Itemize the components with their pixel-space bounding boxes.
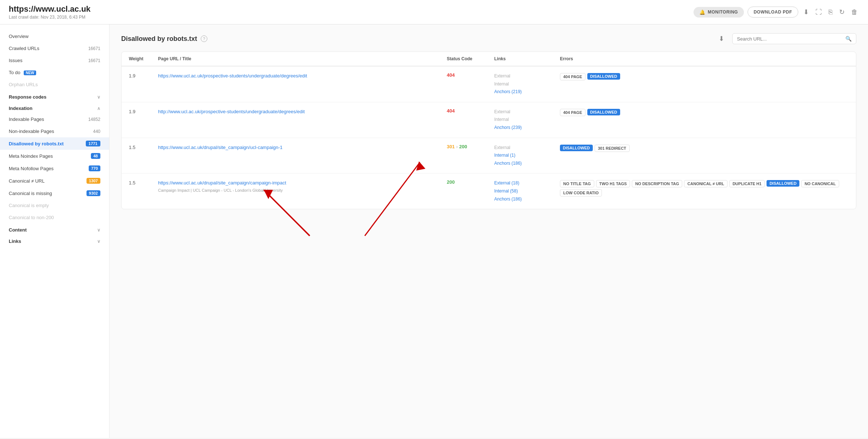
sidebar-section-content: Content ∨	[0, 224, 109, 235]
share-icon-button[interactable]: ⎘	[827, 7, 834, 18]
external-link[interactable]: External (18)	[494, 180, 519, 186]
share-icon: ⎘	[829, 8, 833, 16]
monitoring-button[interactable]: 🔔 MONITORING	[694, 7, 744, 18]
sidebar-item-canonical-missing[interactable]: Canonical is missing 9302	[0, 187, 109, 199]
table-header: Weight Page URL / Title Status Code Link…	[122, 52, 856, 66]
sidebar-badge: 9302	[87, 190, 100, 196]
header-left: https://www.ucl.ac.uk Last crawl date: N…	[9, 4, 91, 20]
export-icon: ⬇	[803, 8, 809, 16]
table-row: 1.5 https://www.ucl.ac.uk/drupal/site_ca…	[122, 138, 856, 174]
sidebar-section-label: Links	[9, 238, 21, 244]
monitoring-label: MONITORING	[708, 9, 738, 15]
sidebar-badge: 770	[89, 165, 100, 171]
anchors-link[interactable]: Anchors (219)	[494, 89, 522, 94]
sidebar-item-label: Meta Noindex Pages	[9, 153, 53, 159]
sitemap-icon-button[interactable]: ⛶	[814, 7, 823, 18]
external-links: External	[494, 144, 560, 152]
search-url-input[interactable]	[737, 36, 845, 42]
error-tag-canonical-neq: CANONICAL ≠ URL	[684, 180, 727, 187]
sidebar-count: 440	[93, 129, 100, 134]
table-download-button[interactable]: ⬇	[719, 35, 724, 43]
sidebar-item-meta-nofollow[interactable]: Meta Nofollow Pages 770	[0, 162, 109, 175]
bell-icon: 🔔	[699, 9, 706, 15]
sidebar-item-crawled-urls[interactable]: Crawled URLs 16671	[0, 42, 109, 54]
weight-cell: 1.9	[129, 108, 158, 114]
sidebar-item-label: Non-indexable Pages	[9, 129, 54, 134]
refresh-icon: ↻	[839, 8, 845, 16]
internal-link[interactable]: Internal (58)	[494, 188, 518, 194]
sidebar-badge: 1307	[87, 178, 100, 184]
sidebar-item-canonical-empty: Canonical is empty	[0, 199, 109, 211]
page-title-row: Disallowed by robots.txt ?	[121, 35, 207, 43]
new-badge: NEW	[24, 70, 36, 75]
download-icon: ⬇	[719, 35, 724, 42]
chevron-down-icon: ∨	[97, 228, 100, 233]
errors-cell: 404 PAGE DISALLOWED	[560, 108, 849, 116]
sidebar-item-label: To do NEW	[9, 70, 36, 75]
table-row: 1.5 https://www.ucl.ac.uk/drupal/site_ca…	[122, 173, 856, 209]
anchors-link[interactable]: Anchors (186)	[494, 161, 522, 166]
sidebar-section-indexation: Indexation ∧	[0, 102, 109, 113]
chevron-down-icon: ∨	[97, 95, 100, 100]
url-cell: https://www.ucl.ac.uk/prospective-studen…	[158, 72, 447, 80]
links-cell: External Internal Anchors (239)	[494, 108, 560, 132]
external-links[interactable]: External (18)	[494, 179, 560, 187]
main-content: Disallowed by robots.txt ? ⬇ 🔍 Weight Pa…	[110, 24, 868, 438]
error-tag-404page: 404 PAGE	[560, 73, 585, 80]
sidebar-item-todo[interactable]: To do NEW	[0, 66, 109, 79]
error-tag-301redirect: 301 REDIRECT	[595, 145, 630, 152]
sidebar-item-canonical-non200: Canonical to non-200	[0, 211, 109, 224]
app-header: https://www.ucl.ac.uk Last crawl date: N…	[0, 0, 868, 24]
delete-icon-button[interactable]: 🗑	[850, 7, 859, 18]
sidebar-item-canonical-neq[interactable]: Canonical ≠ URL 1307	[0, 175, 109, 187]
chevron-up-icon: ∧	[97, 106, 100, 111]
internal-links[interactable]: Internal (58)	[494, 187, 560, 195]
anchors-links[interactable]: Anchors (186)	[494, 160, 560, 168]
sidebar-section-label: Indexation	[9, 106, 32, 111]
site-title: https://www.ucl.ac.uk	[9, 4, 91, 14]
url-cell: http://www.ucl.ac.uk/prospective-student…	[158, 108, 447, 115]
page-url-link[interactable]: http://www.ucl.ac.uk/prospective-student…	[158, 109, 305, 114]
table-row: 1.9 https://www.ucl.ac.uk/prospective-st…	[122, 66, 856, 102]
status-cell: 404	[447, 72, 494, 78]
sidebar-item-label: Canonical is empty	[9, 203, 49, 208]
internal-links: Internal	[494, 116, 560, 124]
anchors-link[interactable]: Anchors (239)	[494, 125, 522, 130]
anchors-links[interactable]: Anchors (219)	[494, 88, 560, 96]
status-code: 200	[447, 179, 455, 185]
anchors-link[interactable]: Anchors (186)	[494, 196, 522, 202]
weight-cell: 1.5	[129, 144, 158, 150]
links-cell: External Internal Anchors (219)	[494, 72, 560, 96]
sidebar-item-indexable-pages[interactable]: Indexable Pages 14852	[0, 113, 109, 125]
page-url-link[interactable]: https://www.ucl.ac.uk/prospective-studen…	[158, 73, 307, 79]
sidebar-item-meta-noindex[interactable]: Meta Noindex Pages 48	[0, 150, 109, 162]
sidebar-item-disallowed[interactable]: Disallowed by robots.txt 1771	[0, 137, 109, 150]
sidebar-item-label: Indexable Pages	[9, 117, 44, 122]
page-url-link[interactable]: https://www.ucl.ac.uk/drupal/site_campai…	[158, 180, 286, 186]
sidebar-item-label: Meta Nofollow Pages	[9, 166, 54, 171]
internal-link[interactable]: Internal (1)	[494, 153, 515, 158]
help-icon[interactable]: ?	[201, 35, 207, 42]
sidebar-item-overview[interactable]: Overview	[0, 30, 109, 42]
search-icon[interactable]: 🔍	[845, 36, 852, 42]
status-301: 301	[447, 144, 455, 149]
col-status: Status Code	[447, 56, 494, 61]
sidebar-item-issues[interactable]: Issues 16671	[0, 54, 109, 66]
sidebar-section-links: Links ∨	[0, 235, 109, 246]
download-pdf-button[interactable]: DOWNLOAD PDF	[748, 7, 798, 18]
errors-cell: NO TITLE TAG TWO H1 TAGS NO DESCRIPTION …	[560, 179, 849, 196]
anchors-links[interactable]: Anchors (239)	[494, 124, 560, 132]
links-cell: External Internal (1) Anchors (186)	[494, 144, 560, 168]
error-tag-low-code-ratio: LOW CODE RATIO	[560, 189, 602, 196]
internal-links[interactable]: Internal (1)	[494, 152, 560, 160]
anchors-links[interactable]: Anchors (186)	[494, 195, 560, 203]
refresh-icon-button[interactable]: ↻	[838, 7, 846, 18]
export-icon-button[interactable]: ⬇	[802, 7, 810, 18]
page-url-link[interactable]: https://www.ucl.ac.uk/drupal/site_campai…	[158, 145, 283, 150]
search-url-box[interactable]: 🔍	[732, 33, 856, 44]
sidebar-count: 16671	[88, 46, 100, 51]
sidebar-section-response-codes: Response codes ∨	[0, 91, 109, 102]
sidebar-item-non-indexable[interactable]: Non-indexable Pages 440	[0, 125, 109, 137]
weight-cell: 1.5	[129, 179, 158, 186]
sidebar-badge: 1771	[86, 141, 100, 146]
